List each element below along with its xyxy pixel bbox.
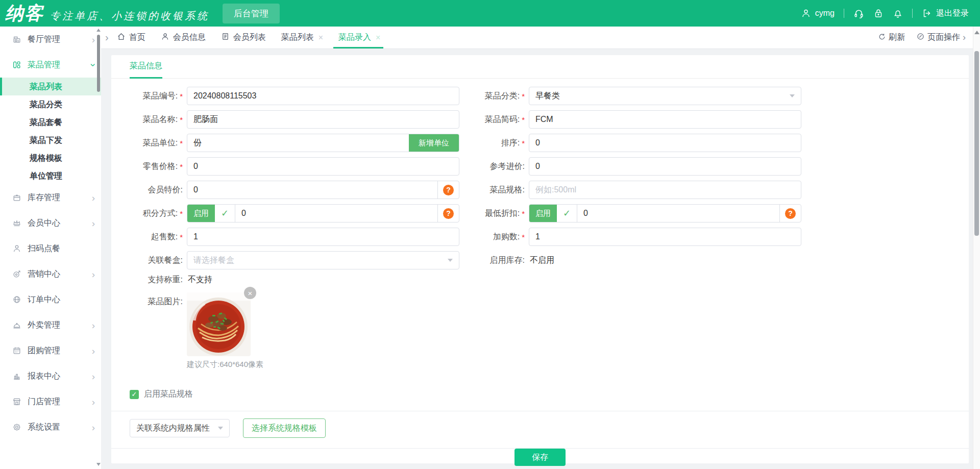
sidebar-item-groupbuy[interactable]: 团购管理 ›	[0, 338, 101, 363]
username: cymg	[815, 9, 835, 18]
sidebar-subitem-dish-dispatch[interactable]: 菜品下发	[0, 131, 101, 149]
min-discount-field[interactable]: 启用 ✓ 0 ?	[529, 204, 801, 223]
discount-enable-button[interactable]: 启用	[529, 205, 557, 222]
header-actions: cymg 退出登录	[801, 8, 980, 19]
sort-order-label: 排序:*	[463, 138, 525, 149]
scroll-down-arrow[interactable]	[96, 463, 101, 466]
choose-spec-template-button[interactable]: 选择系统规格模板	[243, 418, 326, 438]
sidebar-subitem-spec-template[interactable]: 规格模板	[0, 149, 101, 167]
spec-attr-select[interactable]: 关联系统内规格属性	[130, 419, 230, 437]
save-button[interactable]: 保存	[514, 449, 566, 466]
help-icon[interactable]: ?	[443, 208, 454, 219]
user-menu[interactable]: cymg	[801, 8, 835, 18]
sidebar-item-label: 扫码点餐	[28, 243, 60, 254]
dish-shortcode-label: 菜品简码:*	[463, 114, 525, 125]
logout-button[interactable]: 退出登录	[922, 8, 969, 19]
support-button[interactable]	[853, 8, 864, 19]
dish-code-input[interactable]	[187, 87, 459, 105]
content-area: 菜品信息 菜品编号:* 菜品分类:* 早餐类 菜品名称:* 菜品简码:*	[101, 49, 973, 469]
member-price-field[interactable]: 0 ?	[187, 181, 459, 199]
sidebar-item-scan-order[interactable]: 扫码点餐	[0, 236, 101, 261]
tab-member-info[interactable]: 会员信息	[161, 27, 206, 48]
sidebar-item-inventory[interactable]: 库存管理 ›	[0, 185, 101, 210]
page-ops-button[interactable]: 页面操作 ›	[916, 32, 966, 43]
sidebar-subitem-dish-list[interactable]: 菜品列表	[0, 78, 101, 95]
caret-down-icon	[448, 259, 453, 262]
tab-dish-list[interactable]: 菜品列表 ×	[281, 27, 323, 48]
help-icon[interactable]: ?	[785, 208, 796, 219]
sidebar-item-takeout[interactable]: 外卖管理 ›	[0, 312, 101, 338]
top-header: 纳客 专注单店、小连锁的收银系统 后台管理 cymg 退出登录	[0, 0, 980, 27]
refresh-button[interactable]: 刷新	[878, 32, 905, 43]
target-icon	[12, 269, 22, 279]
meal-box-select[interactable]: 请选择餐盒	[187, 251, 459, 269]
notifications-button[interactable]	[893, 8, 903, 18]
points-enable-button[interactable]: 启用	[187, 205, 215, 222]
dish-entry-card: 菜品信息 菜品编号:* 菜品分类:* 早餐类 菜品名称:* 菜品简码:*	[111, 55, 969, 463]
add-cart-qty-input[interactable]	[529, 228, 801, 246]
weighing-label: 支持称重:	[130, 275, 183, 285]
sidebar-item-reports[interactable]: 报表中心 ›	[0, 363, 101, 389]
tab-dish-entry[interactable]: 菜品录入 ×	[338, 27, 380, 48]
page-ops-label: 页面操作	[927, 32, 960, 43]
check-icon: ✓	[557, 205, 577, 222]
sidebar-subitem-unit-mgmt[interactable]: 单位管理	[0, 167, 101, 185]
close-icon[interactable]: ×	[376, 33, 380, 42]
sidebar-item-label: 菜品管理	[28, 60, 60, 70]
dish-image-preview[interactable]: ×	[187, 292, 251, 356]
logout-label: 退出登录	[936, 8, 969, 19]
points-mode-field[interactable]: 启用 ✓ 0 ?	[187, 204, 459, 223]
sidebar-item-label: 报表中心	[28, 371, 60, 382]
sidebar-subitem-dish-combo[interactable]: 菜品套餐	[0, 113, 101, 131]
page-scrollbar-thumb[interactable]	[974, 51, 979, 236]
sidebar-item-dish-mgmt[interactable]: 菜品管理 ›	[0, 52, 101, 78]
dish-shortcode-input[interactable]	[529, 110, 801, 129]
chevron-right-icon: ›	[92, 269, 95, 279]
min-order-qty-input[interactable]	[187, 228, 459, 246]
sidebar-collapse-toggle[interactable]: ›	[105, 32, 109, 43]
sidebar-item-label: 餐厅管理	[28, 34, 60, 45]
tab-home[interactable]: 首页	[117, 27, 145, 48]
sidebar-item-member-center[interactable]: 会员中心 ›	[0, 210, 101, 236]
sidebar-scrollbar-thumb[interactable]	[97, 35, 100, 92]
image-size-hint: 建议尺寸:640*640像素	[187, 360, 459, 369]
help-icon[interactable]: ?	[443, 185, 454, 195]
dish-name-input[interactable]	[187, 110, 459, 129]
dish-category-select[interactable]: 早餐类	[529, 87, 801, 105]
lock-button[interactable]	[873, 8, 884, 18]
tab-label: 菜品录入	[338, 32, 371, 43]
retail-price-input[interactable]	[187, 157, 459, 176]
close-icon[interactable]: ×	[318, 33, 323, 42]
tab-dish-info[interactable]: 菜品信息	[130, 61, 162, 79]
person-icon	[12, 243, 22, 254]
tab-member-list[interactable]: 会员列表	[221, 27, 266, 48]
scroll-up-arrow[interactable]	[974, 31, 979, 34]
caret-down-icon	[790, 94, 795, 97]
crown-icon	[12, 218, 22, 228]
sort-order-input[interactable]	[529, 134, 801, 152]
dish-unit-field[interactable]: 份 新增单位	[187, 134, 459, 152]
sidebar-item-label: 营销中心	[28, 269, 60, 280]
enable-spec-checkbox[interactable]: ✓	[130, 390, 139, 399]
sidebar-item-store-mgmt[interactable]: 门店管理 ›	[0, 389, 101, 414]
chevron-right-icon: ›	[963, 32, 966, 43]
sidebar-item-order-center[interactable]: 订单中心	[0, 287, 101, 312]
user-icon	[801, 8, 811, 18]
enable-stock-value: 不启用	[529, 255, 801, 266]
sidebar-item-label: 订单中心	[28, 294, 60, 305]
refresh-icon	[878, 33, 886, 43]
sidebar-item-restaurant-mgmt[interactable]: 餐厅管理 ›	[0, 27, 101, 52]
sidebar-subitem-dish-category[interactable]: 菜品分类	[0, 95, 101, 113]
sidebar-item-marketing[interactable]: 营销中心 ›	[0, 261, 101, 287]
scroll-up-arrow[interactable]	[96, 29, 101, 32]
dish-spec-input[interactable]	[529, 181, 801, 199]
remove-image-button[interactable]: ×	[244, 287, 256, 299]
refresh-label: 刷新	[889, 32, 905, 43]
enable-stock-label: 启用库存:	[463, 255, 525, 266]
sidebar-scrollbar[interactable]	[96, 27, 101, 469]
backstage-nav-tab[interactable]: 后台管理	[223, 4, 280, 23]
sidebar-item-system-settings[interactable]: 系统设置 ›	[0, 414, 101, 440]
add-unit-button[interactable]: 新增单位	[409, 134, 459, 152]
page-scrollbar[interactable]	[973, 27, 980, 469]
reference-cost-input[interactable]	[529, 157, 801, 176]
